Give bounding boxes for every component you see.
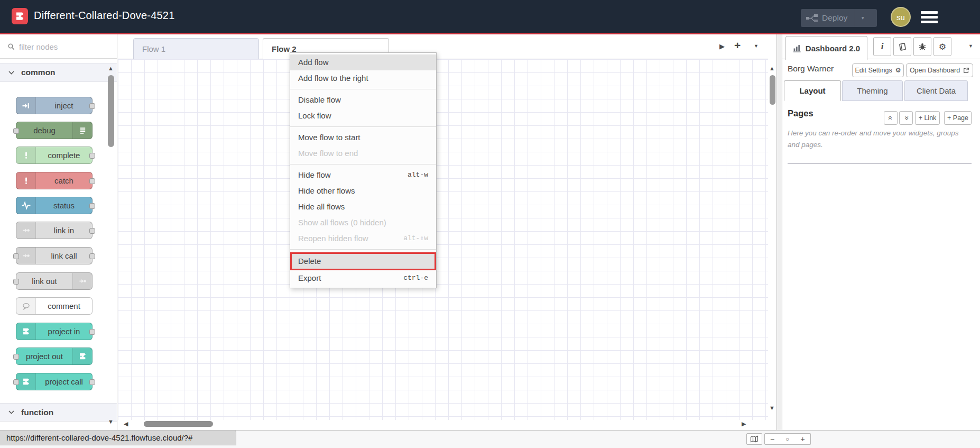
menu-item-shortcut: alt-⇧w [403,231,428,246]
tab-dashboard-2[interactable]: Dashboard 2.0 [785,36,867,60]
menu-item-label: Delete [298,254,428,269]
palette-node-inject[interactable]: inject [16,97,93,114]
navigator-button[interactable] [746,433,762,445]
menu-item-hide-all-flows[interactable]: Hide all flows [290,199,436,215]
info-tab-button[interactable]: i [873,37,891,56]
palette-node-link-in[interactable]: link in [16,222,93,239]
canvas-hscrollbar-thumb[interactable] [144,421,213,427]
menu-item-move-flow-to-start[interactable]: Move flow to start [290,130,436,145]
palette-node-comment[interactable]: comment [16,297,93,315]
tab-layout[interactable]: Layout [784,80,841,101]
palette-node-project-call[interactable]: project call [16,373,93,390]
deploy-button[interactable]: Deploy ▼ [801,9,877,27]
main-menu-icon[interactable] [921,11,938,24]
comment-bubble-icon [16,298,36,314]
minus-icon: − [770,435,774,443]
menu-item-hide-other-flows[interactable]: Hide other flows [290,183,436,199]
debug-tab-button[interactable] [913,37,931,56]
node-input-port[interactable] [13,128,19,134]
sidebar-caret-icon[interactable]: ▼ [968,43,973,49]
node-red-editor: Different-Collared-Dove-4521 Deploy ▼ su [0,0,980,448]
node-input-port[interactable] [13,253,19,259]
node-output-port[interactable] [89,379,95,385]
palette-scroll-down-icon[interactable]: ▼ [108,418,114,425]
node-input-port[interactable] [13,354,19,360]
gear-icon: ⚙ [895,67,901,74]
external-link-icon [963,67,969,74]
zoom-out-button[interactable]: − [764,433,780,445]
menu-item-lock-flow[interactable]: Lock flow [290,108,436,124]
canvas-scroll-up-icon[interactable]: ▲ [769,65,775,72]
palette-node-status[interactable]: status [16,197,93,214]
node-label: project call [36,373,92,390]
zoom-in-button[interactable]: + [795,433,811,445]
tab-client-data[interactable]: Client Data [904,80,968,101]
node-output-port[interactable] [89,228,95,234]
node-output-port[interactable] [89,203,95,209]
status-pulse-icon [16,197,36,214]
zoom-reset-button[interactable]: ○ [780,433,796,445]
footer-bar: https://different-collared-dove-4521.flo… [0,430,980,448]
add-link-button[interactable]: + Link [915,111,940,125]
canvas-scroll-left-icon[interactable]: ◀ [124,420,128,427]
flowfuse-logo-icon[interactable] [12,8,28,24]
palette-category-function[interactable]: function [0,403,117,422]
link-icon [72,273,92,289]
palette-scroll-up-icon[interactable]: ▲ [108,65,114,72]
node-input-port[interactable] [13,279,19,285]
palette-node-link-out[interactable]: link out [16,272,93,290]
user-avatar[interactable]: su [891,7,911,27]
palette-scrollbar-thumb[interactable] [108,75,114,147]
add-flow-icon[interactable]: + [734,39,741,52]
menu-item-shortcut: ctrl-e [403,270,428,286]
node-output-port[interactable] [89,103,95,109]
menu-item-hide-flow[interactable]: Hide flowalt-w [290,167,436,183]
config-tab-button[interactable]: ⚙ [933,37,951,56]
bar-chart-icon [793,44,802,52]
tab-scroll-right-icon[interactable]: ▶ [719,42,725,50]
menu-item-shortcut: alt-w [408,167,428,183]
node-label: status [36,197,92,214]
menu-item-delete[interactable]: Delete [290,252,436,270]
canvas-scroll-down-icon[interactable]: ▼ [769,404,775,412]
chevron-down-icon [8,410,14,414]
node-output-port[interactable] [89,329,95,335]
canvas-vscrollbar-thumb[interactable] [770,75,775,105]
move-down-button[interactable]: « [899,111,913,125]
palette-node-project-in[interactable]: project in [16,323,93,340]
deploy-caret-icon[interactable]: ▼ [861,16,865,21]
menu-item-label: Add flow to the right [298,70,428,86]
canvas-scroll-right-icon[interactable]: ▶ [742,420,746,427]
sidebar-resize-handle[interactable] [777,34,782,448]
menu-item-label: Reopen hidden flow [298,231,403,246]
flow-list-caret-icon[interactable]: ▼ [754,43,759,49]
sidebar-tab-bar: Dashboard 2.0 i ⚙ ▼ [782,34,980,59]
palette-node-complete[interactable]: complete [16,147,93,164]
add-page-button[interactable]: + Page [944,111,972,125]
node-output-port[interactable] [89,253,95,259]
tab-theming[interactable]: Theming [842,80,903,101]
node-output-port[interactable] [89,153,95,159]
menu-separator [290,89,436,89]
menu-item-disable-flow[interactable]: Disable flow [290,92,436,108]
move-up-button[interactable]: « [884,111,898,125]
edit-settings-button[interactable]: Edit Settings ⚙ [852,63,904,77]
palette-category-common[interactable]: common [0,63,117,82]
menu-item-label: Move flow to start [298,130,428,145]
search-icon [7,43,15,50]
node-label: link call [36,248,92,264]
palette-node-catch[interactable]: catch [16,172,93,189]
help-tab-button[interactable] [893,37,911,56]
menu-item-label: Hide other flows [298,183,428,199]
node-input-port[interactable] [13,379,19,385]
palette-node-link-call[interactable]: link call [16,247,93,264]
filter-nodes-input[interactable] [19,40,98,53]
open-dashboard-button[interactable]: Open Dashboard [906,63,973,77]
palette-node-project-out[interactable]: project out [16,348,93,365]
menu-item-add-flow-to-the-right[interactable]: Add flow to the right [290,70,436,86]
palette-node-debug[interactable]: debug [16,122,93,139]
menu-item-add-flow[interactable]: Add flow [290,54,436,70]
menu-item-export[interactable]: Exportctrl-e [290,270,436,286]
node-output-port[interactable] [89,178,95,184]
tab-flow-1[interactable]: Flow 1 [133,38,259,60]
